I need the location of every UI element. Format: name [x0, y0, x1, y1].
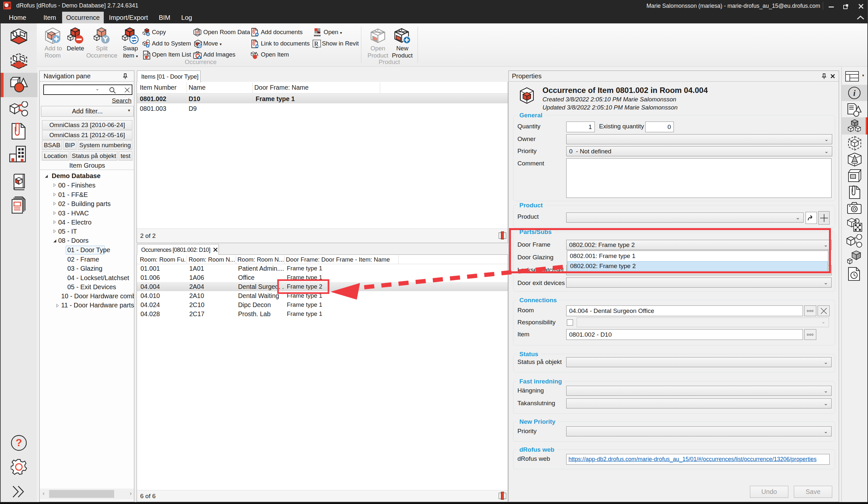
svg-text:www: www [313, 34, 321, 37]
svg-text:i: i [853, 88, 856, 98]
svg-text:?: ? [16, 437, 22, 449]
svg-text:R: R [314, 41, 319, 47]
